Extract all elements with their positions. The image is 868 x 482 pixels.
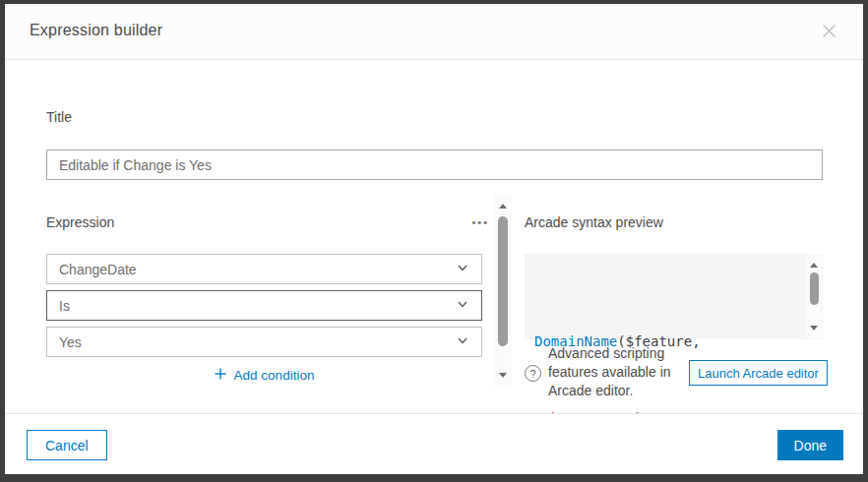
- operator-dropdown[interactable]: Is: [46, 290, 482, 321]
- chevron-down-icon: [456, 261, 469, 277]
- close-icon: [822, 24, 837, 41]
- ellipsis-icon: •••: [471, 216, 489, 228]
- dialog-footer: Cancel Done: [5, 413, 863, 474]
- expression-builder-dialog: Expression builder Title Expression ••• …: [5, 4, 863, 474]
- operator-dropdown-value: Is: [59, 298, 70, 314]
- field-dropdown-value: ChangeDate: [59, 262, 137, 277]
- expression-options-button[interactable]: •••: [454, 211, 489, 234]
- dialog-title: Expression builder: [30, 22, 162, 39]
- dialog-header: Expression builder: [5, 4, 863, 60]
- arcade-preview-label: Arcade syntax preview: [525, 214, 663, 230]
- plus-icon: [215, 368, 226, 383]
- field-dropdown[interactable]: ChangeDate: [46, 254, 482, 284]
- done-button[interactable]: Done: [777, 430, 843, 460]
- chevron-down-icon: [456, 297, 469, 314]
- scroll-down-icon[interactable]: [810, 326, 818, 331]
- add-condition-label: Add condition: [234, 368, 315, 383]
- title-label: Title: [46, 109, 72, 125]
- code-scrollbar[interactable]: [806, 255, 822, 338]
- scrollbar-thumb[interactable]: [498, 216, 508, 346]
- chevron-down-icon: [456, 333, 469, 350]
- launch-arcade-editor-button[interactable]: Launch Arcade editor: [689, 360, 828, 386]
- value-dropdown-value: Yes: [59, 334, 82, 350]
- help-icon[interactable]: ?: [525, 365, 541, 382]
- panel-scrollbar[interactable]: [494, 195, 512, 388]
- title-input[interactable]: [46, 150, 823, 180]
- advanced-scripting-hint: Advanced scripting features available in…: [548, 344, 698, 400]
- arcade-code-block: DomainName($feature, "ChangeDate") == "Y…: [525, 254, 823, 339]
- scrollbar-thumb[interactable]: [810, 272, 819, 305]
- scroll-down-icon[interactable]: [499, 373, 507, 378]
- scroll-up-icon[interactable]: [499, 204, 507, 209]
- value-dropdown[interactable]: Yes: [46, 327, 482, 357]
- close-button[interactable]: [818, 22, 839, 43]
- scroll-up-icon[interactable]: [810, 263, 818, 268]
- question-mark-glyph: ?: [529, 368, 535, 380]
- cancel-button[interactable]: Cancel: [27, 430, 107, 460]
- expression-label: Expression: [46, 214, 114, 230]
- add-condition-button[interactable]: Add condition: [46, 364, 482, 386]
